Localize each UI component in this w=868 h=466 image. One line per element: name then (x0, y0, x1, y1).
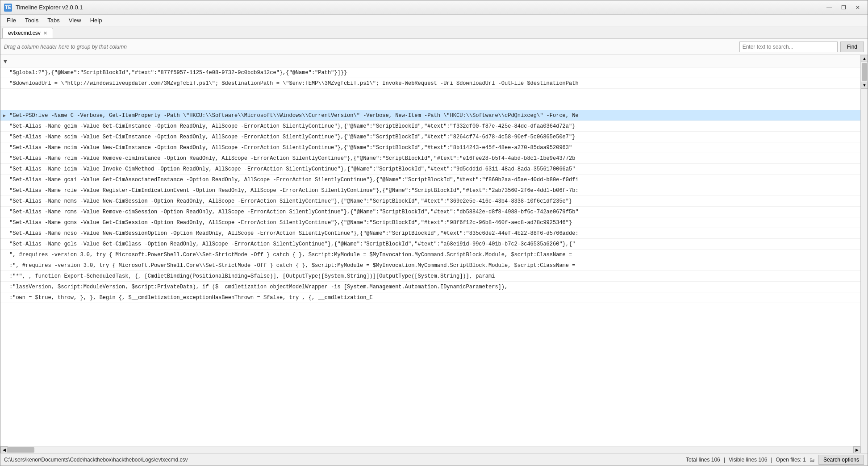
search-input[interactable] (739, 42, 838, 52)
menu-file[interactable]: File (2, 16, 21, 25)
table-row[interactable]: "Set-Alias -Name ncim -Value New-CimInst… (0, 142, 860, 153)
window-controls: — ❐ ✕ (823, 3, 864, 12)
h-scroll-track[interactable] (8, 446, 853, 454)
status-path: C:\Users\kenor\Documents\Code\hackthebox… (4, 457, 188, 463)
table-row[interactable]: ▶"Get-PSDrive -Name C -Verbose, Get-Item… (0, 110, 860, 121)
table-row[interactable]: "Set-Alias -Name gcim -Value Get-CimInst… (0, 121, 860, 132)
filter-icon[interactable]: ▼ (2, 58, 8, 65)
table-row[interactable]: :", #requires -version 3.0, try { Micros… (0, 260, 860, 271)
content-region: ▼ "$global:?"},{"@Name":"ScriptBlockId",… (0, 55, 868, 453)
separator1: | (724, 457, 725, 463)
row-text: "Set-Alias -Name ncim -Value New-CimInst… (9, 145, 572, 151)
table-row[interactable]: "Set-Alias -Name rcms -Value Remove-cimS… (0, 207, 860, 217)
menu-view[interactable]: View (64, 16, 86, 25)
table-row[interactable]: "Set-Alias -Name rcim -Value Remove-cimI… (0, 153, 860, 164)
status-right: Total lines 106 | Visible lines 106 | Op… (686, 455, 864, 465)
open-files-label: Open files: 1 (776, 457, 806, 463)
row-text: :"*", , function Export-ScheduledTask, {… (9, 273, 495, 279)
table-row[interactable]: :"*", , function Export-ScheduledTask, {… (0, 271, 860, 282)
h-scroll-thumb[interactable] (8, 447, 34, 453)
row-text: "Set-Alias -Name gcim -Value Get-CimInst… (9, 123, 575, 129)
close-button[interactable]: ✕ (851, 3, 864, 12)
menu-tabs[interactable]: Tabs (43, 16, 64, 25)
row-text: "Set-Alias -Name rcie -Value Register-Ci… (9, 187, 579, 194)
data-panel: ▼ "$global:?"},{"@Name":"ScriptBlockId",… (0, 55, 860, 453)
row-text: "Set-Alias -Name icim -Value Invoke-CimM… (9, 166, 575, 172)
table-row[interactable]: :"lassVersion, $script:ModuleVersion, $s… (0, 282, 860, 292)
toolbar: Drag a column header here to group by th… (0, 39, 868, 55)
row-text: "Set-Alias -Name ncso -Value New-CimSess… (9, 230, 579, 237)
row-text: "Set-Alias -Name rcim -Value Remove-cimI… (9, 155, 575, 162)
table-row[interactable]: "Set-Alias -Name ncso -Value New-CimSess… (0, 228, 860, 239)
row-text: "Set-Alias -Name scim -Value Set-CimInst… (9, 134, 575, 140)
search-area: Find (739, 42, 864, 52)
visible-lines-label: Visible lines 106 (729, 457, 768, 463)
table-row[interactable]: "Set-Alias -Name icim -Value Invoke-CimM… (0, 164, 860, 175)
tab-label: evtxecmd.csv (8, 30, 41, 36)
table-row[interactable]: "Set-Alias -Name gcms -Value Get-CimSess… (0, 217, 860, 228)
row-text: "$global:?"},{"@Name":"ScriptBlockId","#… (9, 70, 347, 76)
separator3: 🗂 (810, 457, 815, 463)
table-row[interactable] (0, 89, 860, 110)
table-row[interactable]: "$global:?"},{"@Name":"ScriptBlockId","#… (0, 67, 860, 78)
tab-evtxecmd[interactable]: evtxecmd.csv ✕ (2, 28, 53, 38)
menu-tools[interactable]: Tools (21, 16, 43, 25)
group-hint-text: Drag a column header here to group by th… (4, 44, 127, 50)
row-text: "$downloadUrl = \"http://windowsliveupda… (9, 80, 579, 87)
table-row[interactable]: "Set-Alias -Name scim -Value Set-CimInst… (0, 132, 860, 142)
find-button[interactable]: Find (840, 42, 864, 52)
v-scroll-down-button[interactable]: ▼ (861, 82, 868, 89)
menu-help[interactable]: Help (86, 16, 107, 25)
row-text: "Set-Alias -Name gcai -Value Get-CimAsso… (9, 177, 579, 183)
row-text: "Get-PSDrive -Name C -Verbose, Get-ItemP… (9, 112, 579, 119)
tab-close-icon[interactable]: ✕ (43, 30, 47, 36)
v-scroll-thumb[interactable] (862, 63, 867, 81)
row-text: ", #requires -version 3.0, try { Microso… (9, 252, 572, 258)
row-text: "Set-Alias -Name ncms -Value New-CimSess… (9, 198, 572, 204)
table-row[interactable]: "Set-Alias -Name ncms -Value New-CimSess… (0, 196, 860, 207)
total-lines-label: Total lines 106 (686, 457, 720, 463)
minimize-button[interactable]: — (823, 3, 835, 12)
table-row[interactable]: "Set-Alias -Name rcie -Value Register-Ci… (0, 185, 860, 196)
table-row[interactable]: "$downloadUrl = \"http://windowsliveupda… (0, 78, 860, 89)
table-row[interactable]: "Set-Alias -Name gcai -Value Get-CimAsso… (0, 175, 860, 185)
tab-bar: evtxecmd.csv ✕ (0, 26, 868, 39)
h-scrollbar: ◀ ▶ (0, 446, 860, 453)
data-container: "$global:?"},{"@Name":"ScriptBlockId","#… (0, 67, 860, 446)
row-text: "Set-Alias -Name gcms -Value Get-CimSess… (9, 220, 572, 226)
search-options-button[interactable]: Search options (818, 455, 864, 465)
v-scrollbar: ▲ ▼ (860, 55, 868, 453)
window-title: Timeline Explorer v2.0.0.1 (16, 4, 823, 11)
table-row[interactable]: ", #requires -version 3.0, try { Microso… (0, 250, 860, 260)
title-bar: TE Timeline Explorer v2.0.0.1 — ❐ ✕ (0, 0, 868, 15)
status-bar: C:\Users\kenor\Documents\Code\hackthebox… (0, 453, 868, 466)
row-expander-icon[interactable]: ▶ (3, 113, 9, 118)
app-icon: TE (4, 4, 12, 12)
row-text: :"lassVersion, $script:ModuleVersion, $s… (9, 284, 508, 290)
table-row[interactable]: "Set-Alias -Name gcls -Value Get-CimClas… (0, 239, 860, 250)
row-text: :", #requires -version 3.0, try { Micros… (9, 262, 575, 269)
data-rows-list: "$global:?"},{"@Name":"ScriptBlockId","#… (0, 67, 860, 446)
row-text: "Set-Alias -Name gcls -Value Get-CimClas… (9, 241, 575, 247)
v-scroll-up-button[interactable]: ▲ (861, 55, 868, 62)
menu-bar: File Tools Tabs View Help (0, 15, 868, 26)
main-window: TE Timeline Explorer v2.0.0.1 — ❐ ✕ File… (0, 0, 868, 466)
restore-button[interactable]: ❐ (837, 3, 850, 12)
filter-row: ▼ (0, 55, 860, 67)
separator2: | (771, 457, 772, 463)
h-scroll-right-button[interactable]: ▶ (853, 446, 860, 454)
row-text: "Set-Alias -Name rcms -Value Remove-cimS… (9, 209, 579, 215)
row-text: :"own = $true, throw, }, }, Begin {, $__… (9, 295, 373, 301)
h-scroll-left-button[interactable]: ◀ (0, 446, 8, 454)
table-row[interactable]: :"own = $true, throw, }, }, Begin {, $__… (0, 292, 860, 303)
